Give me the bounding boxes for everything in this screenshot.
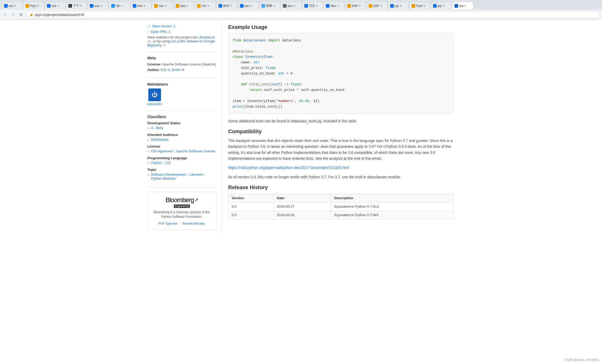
forward-button[interactable]: → (10, 11, 16, 18)
page-container: Open Issues: 1 Open PRs: 1 View statisti… (142, 20, 460, 234)
back-button[interactable]: ← (2, 11, 8, 18)
nav-bar: ← → ↻ 🔒 pypi.org/project/dataclasses/0.6… (0, 10, 602, 20)
sponsor-logo: Bloomberg ↗ (152, 196, 212, 204)
tab-label-1: wei (9, 4, 13, 7)
tab-close-20[interactable]: × (423, 4, 425, 8)
tab-17[interactable]: ERF × (345, 2, 366, 9)
tab-close-15[interactable]: × (316, 4, 318, 8)
tab-13[interactable]: 新疆 × (259, 2, 280, 9)
tab-11[interactable]: 如何 × (216, 2, 237, 9)
programming-language-link[interactable]: Python :: 3.6 (151, 161, 170, 165)
topic-title: Topic (148, 168, 216, 172)
tab-close-22[interactable]: × (464, 4, 466, 8)
tab-close-11[interactable]: × (230, 4, 232, 8)
tab-close-12[interactable]: × (250, 4, 252, 8)
tab-6[interactable]: 3D × (109, 2, 130, 9)
tab-14[interactable]: doc × (280, 2, 302, 9)
cell-version-2: 0.5 (228, 211, 274, 219)
tab-7[interactable]: Wei × (130, 2, 151, 9)
tab-close-5[interactable]: × (100, 4, 102, 8)
author-row: Author: Eric V. Smith ✉ (148, 68, 216, 72)
tab-9[interactable]: lean × (173, 2, 194, 9)
topic-link[interactable]: Software Development :: Libraries :: Pyt… (151, 172, 216, 180)
tab-favicon-1 (4, 4, 8, 8)
tab-favicon-21 (433, 4, 437, 8)
tab-label-6: 3D (116, 4, 120, 7)
tab-label-5: ane (95, 4, 99, 7)
meta-section: Meta License: Apache Software License (A… (148, 56, 216, 78)
tab-favicon-15 (304, 4, 308, 8)
tab-21[interactable]: pip × (431, 2, 452, 9)
classifiers-title: Classifiers (148, 115, 216, 119)
tab-label-22: dat (459, 4, 463, 7)
tab-favicon-20 (412, 4, 415, 8)
tab-18[interactable]: ERF × (366, 2, 387, 9)
code-line-7: quantity_on_hand: int = 0 (233, 71, 449, 77)
tab-20[interactable]: Pyth × (409, 2, 430, 9)
cell-date-2: 2018-03-28 (274, 211, 331, 219)
tab-favicon-7 (133, 4, 136, 8)
tab-close-18[interactable]: × (380, 4, 382, 8)
tab-3[interactable]: wei × (44, 2, 66, 9)
tab-16[interactable]: Alex × (323, 2, 345, 9)
release-table: Version Date Description 0.6 2018-05-17 … (228, 194, 454, 219)
address-bar[interactable]: 🔒 pypi.org/project/dataclasses/0.6/ (26, 11, 600, 18)
tab-favicon-8 (154, 4, 158, 8)
tab-close-2[interactable]: × (37, 4, 39, 8)
psf-sponsor-link[interactable]: PSF Sponsor (158, 222, 177, 225)
maintainers-grid: ⏻ ericvsmith (148, 88, 216, 106)
tab-1[interactable]: wei × (2, 2, 23, 9)
tab-label-14: doc (288, 4, 292, 7)
tab-close-14[interactable]: × (293, 4, 295, 8)
intended-audience-link[interactable]: Developers (151, 137, 168, 141)
table-body: 0.6 2018-05-17 Equivalent to Python 3.7.… (228, 202, 453, 219)
compat-link[interactable]: https://mail.python.org/pipermail/python… (228, 166, 349, 170)
tab-close-3[interactable]: × (57, 4, 59, 8)
tab-12[interactable]: win × (238, 2, 259, 9)
sponsor-badge-container: Engineering (152, 204, 212, 208)
tab-close-21[interactable]: × (443, 4, 445, 8)
tab-label-18: ERF (373, 4, 379, 7)
tab-close-1[interactable]: × (14, 4, 16, 8)
maintainer-name-link[interactable]: ericvsmith (148, 102, 162, 106)
topic-item: ○ Software Development :: Libraries :: P… (148, 172, 216, 180)
open-issues-link[interactable]: Open Issues: 1 (148, 24, 216, 28)
tab-close-16[interactable]: × (337, 4, 339, 8)
tab-favicon-2 (25, 4, 29, 8)
tab-5[interactable]: ane × (87, 2, 109, 9)
tab-close-9[interactable]: × (187, 4, 189, 8)
tab-8[interactable]: Hor × (152, 2, 173, 9)
tab-close-19[interactable]: × (400, 4, 402, 8)
reload-button[interactable]: ↻ (18, 11, 24, 18)
example-usage-heading: Example Usage (228, 24, 454, 30)
tab-10[interactable]: Hor × (195, 2, 216, 9)
tab-close-10[interactable]: × (208, 4, 209, 8)
code-line-13: print(item.total_cost()) (233, 104, 449, 110)
release-history-heading: Release History (228, 184, 454, 190)
tab-19[interactable]: pip × (388, 2, 409, 9)
tab-close-4[interactable]: × (80, 4, 82, 8)
tab-15[interactable]: 写文 × (302, 2, 323, 9)
tab-close-13[interactable]: × (273, 4, 275, 8)
cell-description-2: Equivalent to Python 3.7.0b3 (331, 211, 453, 219)
license-classifier-link[interactable]: OSI Approved :: Apache Software License (151, 149, 215, 153)
tab-4[interactable]: 下下 × (66, 2, 87, 9)
table-header: Version Date Description (228, 194, 453, 202)
tab-close-8[interactable]: × (165, 4, 167, 8)
author-link[interactable]: Eric V. Smith (161, 68, 180, 72)
tab-2[interactable]: Pyth × (23, 2, 44, 9)
tab-label-11: 如何 (223, 4, 229, 8)
tab-22[interactable]: dat × (452, 2, 473, 9)
tab-label-2: Pyth (30, 4, 36, 7)
open-prs-link[interactable]: Open PRs: 1 (148, 30, 216, 34)
maintainer-item[interactable]: ⏻ ericvsmith (148, 88, 162, 106)
libraries-io-link[interactable]: Libraries.io (198, 35, 215, 39)
tab-close-7[interactable]: × (144, 4, 145, 8)
intended-audience-subsection: Intended Audience ○ Developers (148, 133, 216, 142)
dev-status-link[interactable]: 4 - Beta (151, 126, 163, 130)
external-icon-dataset: ↗ (163, 43, 166, 47)
tab-close-17[interactable]: × (359, 4, 361, 8)
bullet-icon-3: ○ (148, 149, 150, 153)
tab-close-6[interactable]: × (121, 4, 123, 8)
served-ethically-link[interactable]: Served ethically. (182, 222, 205, 225)
